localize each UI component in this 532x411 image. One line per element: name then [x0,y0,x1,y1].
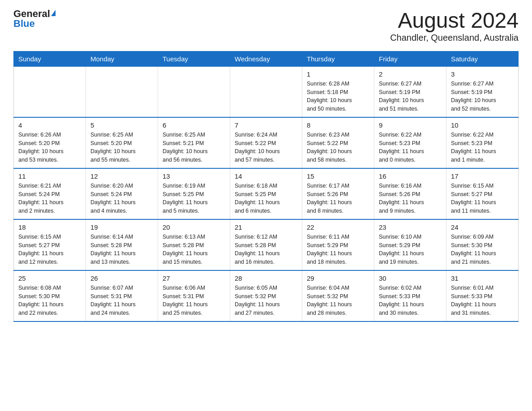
calendar-cell: 23Sunrise: 6:10 AMSunset: 5:29 PMDayligh… [374,219,446,270]
day-info: Sunrise: 6:02 AMSunset: 5:33 PMDaylight:… [379,284,442,317]
weekday-header-thursday: Thursday [302,51,374,66]
day-number: 1 [307,70,369,78]
calendar-cell [14,66,86,117]
day-number: 31 [451,274,514,282]
day-number: 12 [90,172,153,180]
day-info: Sunrise: 6:09 AMSunset: 5:30 PMDaylight:… [451,233,514,266]
calendar-cell: 18Sunrise: 6:15 AMSunset: 5:27 PMDayligh… [14,219,86,270]
day-info: Sunrise: 6:28 AMSunset: 5:18 PMDaylight:… [307,80,369,113]
page-header: General Blue August 2024 Chandler, Queen… [13,9,519,43]
week-row-3: 18Sunrise: 6:15 AMSunset: 5:27 PMDayligh… [14,219,519,270]
day-info: Sunrise: 6:25 AMSunset: 5:21 PMDaylight:… [163,131,225,164]
day-info: Sunrise: 6:10 AMSunset: 5:29 PMDaylight:… [379,233,442,266]
calendar-cell: 9Sunrise: 6:22 AMSunset: 5:23 PMDaylight… [374,117,446,168]
day-number: 27 [163,274,225,282]
day-number: 28 [235,274,297,282]
day-number: 21 [235,223,297,231]
day-number: 18 [18,223,81,231]
day-info: Sunrise: 6:13 AMSunset: 5:28 PMDaylight:… [163,233,225,266]
calendar-cell: 27Sunrise: 6:06 AMSunset: 5:31 PMDayligh… [158,270,230,321]
day-info: Sunrise: 6:20 AMSunset: 5:24 PMDaylight:… [90,182,153,215]
day-info: Sunrise: 6:14 AMSunset: 5:28 PMDaylight:… [90,233,153,266]
day-info: Sunrise: 6:17 AMSunset: 5:26 PMDaylight:… [307,182,369,215]
day-info: Sunrise: 6:25 AMSunset: 5:20 PMDaylight:… [90,131,153,164]
calendar-cell: 13Sunrise: 6:19 AMSunset: 5:25 PMDayligh… [158,168,230,219]
calendar-cell: 28Sunrise: 6:05 AMSunset: 5:32 PMDayligh… [230,270,302,321]
calendar-cell: 17Sunrise: 6:15 AMSunset: 5:27 PMDayligh… [446,168,519,219]
calendar-cell: 25Sunrise: 6:08 AMSunset: 5:30 PMDayligh… [14,270,86,321]
day-info: Sunrise: 6:23 AMSunset: 5:22 PMDaylight:… [307,131,369,164]
day-number: 10 [451,121,514,129]
calendar-cell: 5Sunrise: 6:25 AMSunset: 5:20 PMDaylight… [86,117,158,168]
day-info: Sunrise: 6:24 AMSunset: 5:22 PMDaylight:… [235,131,297,164]
calendar-cell: 21Sunrise: 6:12 AMSunset: 5:28 PMDayligh… [230,219,302,270]
location-title: Chandler, Queensland, Australia [390,33,519,43]
day-number: 6 [163,121,225,129]
calendar-cell [86,66,158,117]
day-info: Sunrise: 6:07 AMSunset: 5:31 PMDaylight:… [90,284,153,317]
calendar-cell: 11Sunrise: 6:21 AMSunset: 5:24 PMDayligh… [14,168,86,219]
day-info: Sunrise: 6:04 AMSunset: 5:32 PMDaylight:… [307,284,369,317]
calendar-cell: 15Sunrise: 6:17 AMSunset: 5:26 PMDayligh… [302,168,374,219]
day-number: 2 [379,70,442,78]
day-info: Sunrise: 6:01 AMSunset: 5:33 PMDaylight:… [451,284,514,317]
weekday-header-saturday: Saturday [446,51,519,66]
calendar-table: SundayMondayTuesdayWednesdayThursdayFrid… [13,51,519,322]
day-info: Sunrise: 6:06 AMSunset: 5:31 PMDaylight:… [163,284,225,317]
day-info: Sunrise: 6:15 AMSunset: 5:27 PMDaylight:… [451,182,514,215]
calendar-cell: 19Sunrise: 6:14 AMSunset: 5:28 PMDayligh… [86,219,158,270]
day-number: 4 [18,121,81,129]
day-info: Sunrise: 6:26 AMSunset: 5:20 PMDaylight:… [18,131,81,164]
day-number: 11 [18,172,81,180]
day-info: Sunrise: 6:22 AMSunset: 5:23 PMDaylight:… [451,131,514,164]
day-info: Sunrise: 6:27 AMSunset: 5:19 PMDaylight:… [379,80,442,113]
header-right: August 2024 Chandler, Queensland, Austra… [390,9,519,43]
day-number: 26 [90,274,153,282]
week-row-2: 11Sunrise: 6:21 AMSunset: 5:24 PMDayligh… [14,168,519,219]
day-info: Sunrise: 6:22 AMSunset: 5:23 PMDaylight:… [379,131,442,164]
logo-triangle-icon [51,10,56,16]
weekday-header-wednesday: Wednesday [230,51,302,66]
weekday-header-sunday: Sunday [14,51,86,66]
calendar-cell: 10Sunrise: 6:22 AMSunset: 5:23 PMDayligh… [446,117,519,168]
day-number: 3 [451,70,514,78]
month-title: August 2024 [390,9,519,33]
calendar-cell: 20Sunrise: 6:13 AMSunset: 5:28 PMDayligh… [158,219,230,270]
day-info: Sunrise: 6:05 AMSunset: 5:32 PMDaylight:… [235,284,297,317]
calendar-cell: 29Sunrise: 6:04 AMSunset: 5:32 PMDayligh… [302,270,374,321]
weekday-header-monday: Monday [86,51,158,66]
logo-blue-text: Blue [13,19,35,29]
day-info: Sunrise: 6:15 AMSunset: 5:27 PMDaylight:… [18,233,81,266]
day-info: Sunrise: 6:08 AMSunset: 5:30 PMDaylight:… [18,284,81,317]
day-number: 25 [18,274,81,282]
day-number: 15 [307,172,369,180]
day-number: 17 [451,172,514,180]
day-info: Sunrise: 6:12 AMSunset: 5:28 PMDaylight:… [235,233,297,266]
calendar-cell: 8Sunrise: 6:23 AMSunset: 5:22 PMDaylight… [302,117,374,168]
day-number: 20 [163,223,225,231]
day-number: 7 [235,121,297,129]
weekday-header-friday: Friday [374,51,446,66]
calendar-cell: 1Sunrise: 6:28 AMSunset: 5:18 PMDaylight… [302,66,374,117]
calendar-cell: 26Sunrise: 6:07 AMSunset: 5:31 PMDayligh… [86,270,158,321]
logo: General Blue [13,9,56,29]
day-number: 9 [379,121,442,129]
day-info: Sunrise: 6:21 AMSunset: 5:24 PMDaylight:… [18,182,81,215]
calendar-cell: 22Sunrise: 6:11 AMSunset: 5:29 PMDayligh… [302,219,374,270]
calendar-cell: 3Sunrise: 6:27 AMSunset: 5:19 PMDaylight… [446,66,519,117]
day-number: 24 [451,223,514,231]
calendar-cell: 4Sunrise: 6:26 AMSunset: 5:20 PMDaylight… [14,117,86,168]
day-number: 30 [379,274,442,282]
calendar-cell: 14Sunrise: 6:18 AMSunset: 5:25 PMDayligh… [230,168,302,219]
day-number: 13 [163,172,225,180]
day-number: 23 [379,223,442,231]
weekday-header-row: SundayMondayTuesdayWednesdayThursdayFrid… [14,51,519,66]
day-number: 14 [235,172,297,180]
day-number: 5 [90,121,153,129]
day-info: Sunrise: 6:18 AMSunset: 5:25 PMDaylight:… [235,182,297,215]
calendar-cell: 24Sunrise: 6:09 AMSunset: 5:30 PMDayligh… [446,219,519,270]
day-number: 16 [379,172,442,180]
day-info: Sunrise: 6:16 AMSunset: 5:26 PMDaylight:… [379,182,442,215]
calendar-cell [158,66,230,117]
calendar-cell: 7Sunrise: 6:24 AMSunset: 5:22 PMDaylight… [230,117,302,168]
